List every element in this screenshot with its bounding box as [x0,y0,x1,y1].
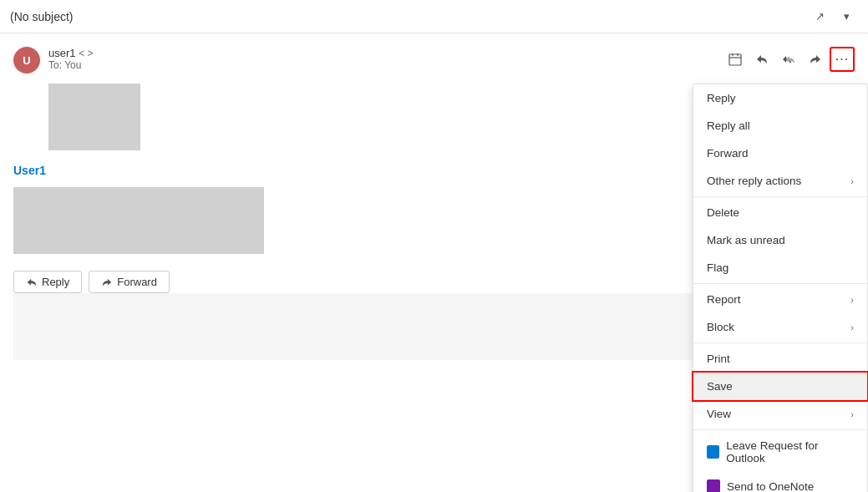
menu-divider-3 [693,342,867,343]
menu-item-forward[interactable]: Forward [693,139,867,167]
leave-request-icon [707,445,719,459]
forward-button[interactable]: Forward [89,271,170,293]
top-bar: (No subject) ↗ ▾ [0,0,868,33]
menu-item-mark-unread[interactable]: Mark as unread [693,226,867,254]
menu-item-reply[interactable]: Reply [693,84,867,112]
menu-item-view[interactable]: View › [693,400,867,428]
calendar-icon[interactable] [723,47,748,72]
top-bar-icons: ↗ ▾ [808,5,858,28]
reply-icon[interactable] [749,47,774,72]
menu-item-flag[interactable]: Flag [693,254,867,282]
forward-icon[interactable] [803,47,828,72]
email-area: U user1 < > To: You [0,33,868,492]
chevron-icon-report: › [850,295,854,305]
email-image-top [48,84,140,150]
menu-item-print[interactable]: Print [693,345,867,373]
email-content: U user1 < > To: You [0,33,868,492]
menu-divider-2 [693,283,867,284]
chevron-icon-view: › [850,409,854,419]
dropdown-arrow-icon[interactable]: ▾ [835,5,858,28]
reply-all-icon[interactable] [776,47,801,72]
menu-item-block[interactable]: Block › [693,313,867,341]
email-header-row: U user1 < > To: You [13,47,855,74]
chevron-icon: › [850,176,854,186]
menu-item-other-reply-actions[interactable]: Other reply actions › [693,167,867,195]
reply-button[interactable]: Reply [13,271,82,293]
menu-item-delete[interactable]: Delete [693,199,867,226]
avatar: U [13,47,40,74]
dropdown-menu: Reply Reply all Forward Other reply acti… [693,84,868,492]
menu-divider-4 [693,429,867,430]
email-subject: (No subject) [10,10,808,23]
onenote-icon [707,479,720,492]
chevron-icon-block: › [850,322,854,332]
menu-item-send-onenote[interactable]: Send to OneNote [693,472,867,492]
svg-rect-0 [729,54,741,65]
menu-item-save[interactable]: Save [693,373,867,400]
menu-item-leave-request[interactable]: Leave Request for Outlook [693,432,867,472]
popout-icon[interactable]: ↗ [808,5,831,28]
menu-item-reply-all[interactable]: Reply all [693,112,867,139]
menu-divider-1 [693,196,867,197]
email-image-content [13,187,264,254]
email-action-icons: ··· [723,47,855,72]
more-actions-button[interactable]: ··· [830,47,855,72]
menu-item-report[interactable]: Report › [693,286,867,313]
